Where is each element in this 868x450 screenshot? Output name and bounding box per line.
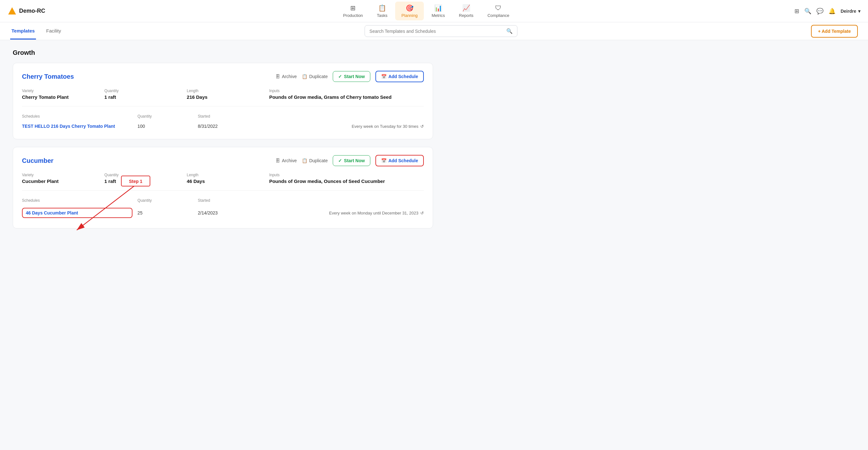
- chat-icon[interactable]: 💬: [816, 8, 824, 15]
- detail-variety: Variety Cherry Tomato Plant: [22, 89, 99, 100]
- detail-length: Length 216 Days: [187, 89, 264, 100]
- search-bar-container: 🔍: [82, 25, 801, 37]
- app-name: Demo-RC: [19, 8, 45, 15]
- calendar-icon: 📅: [381, 158, 386, 163]
- logo-area[interactable]: Demo-RC: [8, 7, 45, 16]
- card-details-cucumber: Variety Cucumber Plant Quantity 1 raft L…: [22, 173, 424, 191]
- top-navigation: Demo-RC ⊞ Production 📋 Tasks 🎯 Planning …: [0, 0, 868, 22]
- tab-templates[interactable]: Templates: [10, 23, 36, 39]
- sub-navigation: Templates Facility 🔍 + Add Template: [0, 22, 868, 40]
- nav-item-reports[interactable]: 📈 Reports: [453, 2, 480, 20]
- detail-length-cucumber: Length 46 Days: [187, 173, 264, 184]
- search-icon[interactable]: 🔍: [804, 8, 811, 15]
- archive-icon: 🗄: [275, 158, 280, 163]
- duplicate-button-cherry-tomatoes[interactable]: 📋 Duplicate: [302, 74, 328, 79]
- check-icon: ✓: [338, 158, 342, 163]
- search-input[interactable]: [369, 29, 504, 34]
- archive-button-cucumber[interactable]: 🗄 Archive: [275, 158, 297, 163]
- nav-right: ⊞ 🔍 💬 🔔 Deirdre ▾: [795, 8, 860, 15]
- reports-icon: 📈: [462, 4, 470, 12]
- card-header-cucumber: Cucumber 🗄 Archive 📋 Duplicate ✓ Start N…: [22, 155, 424, 166]
- logo-icon: [8, 7, 17, 16]
- schedule-recurrence-cucumber-0: Every week on Monday until December 31, …: [258, 210, 424, 216]
- detail-inputs-cucumber: Inputs Pounds of Grow media, Ounces of S…: [269, 173, 424, 184]
- duplicate-button-cucumber[interactable]: 📋 Duplicate: [302, 158, 328, 163]
- nav-items: ⊞ Production 📋 Tasks 🎯 Planning 📊 Metric…: [58, 2, 795, 20]
- template-card-cherry-tomatoes: Cherry Tomatoes 🗄 Archive 📋 Duplicate ✓ …: [13, 63, 433, 139]
- schedules-header-cucumber: Schedules Quantity Started: [22, 198, 424, 203]
- add-schedule-button-cherry-tomatoes[interactable]: 📅 Add Schedule: [375, 71, 424, 82]
- section-title: Growth: [13, 49, 433, 56]
- detail-quantity-cucumber: Quantity 1 raft: [104, 173, 182, 184]
- recurrence-icon: ↺: [420, 124, 424, 129]
- detail-inputs: Inputs Pounds of Grow media, Grams of Ch…: [269, 89, 424, 100]
- card-actions-cucumber: 🗄 Archive 📋 Duplicate ✓ Start Now 📅 Add …: [275, 155, 424, 166]
- bell-icon[interactable]: 🔔: [829, 8, 836, 15]
- nav-item-metrics[interactable]: 📊 Metrics: [425, 2, 451, 20]
- schedules-header-cherry-tomatoes: Schedules Quantity Started: [22, 114, 424, 118]
- duplicate-icon: 📋: [302, 74, 307, 79]
- metrics-icon: 📊: [434, 4, 442, 12]
- card-title-cucumber[interactable]: Cucumber: [22, 157, 275, 164]
- username: Deirdre: [841, 9, 856, 14]
- nav-item-compliance[interactable]: 🛡 Compliance: [481, 2, 516, 20]
- planning-icon: 🎯: [406, 4, 414, 12]
- recurrence-icon: ↺: [420, 210, 424, 216]
- grid-icon[interactable]: ⊞: [795, 8, 799, 15]
- tab-facility[interactable]: Facility: [45, 23, 62, 39]
- schedule-recurrence-cherry-tomatoes-0: Every week on Tuesday for 30 times ↺: [258, 124, 424, 129]
- chevron-down-icon: ▾: [858, 9, 860, 14]
- add-schedule-button-cucumber[interactable]: 📅 Add Schedule: [375, 155, 424, 166]
- card-actions-cherry-tomatoes: 🗄 Archive 📋 Duplicate ✓ Start Now 📅 Add …: [275, 71, 424, 82]
- start-now-button-cucumber[interactable]: ✓ Start Now: [333, 155, 370, 166]
- archive-button-cherry-tomatoes[interactable]: 🗄 Archive: [275, 74, 297, 79]
- production-icon: ⊞: [350, 4, 356, 12]
- nav-item-tasks[interactable]: 📋 Tasks: [371, 2, 394, 20]
- schedule-row-cucumber-0: 46 Days Cucumber Plant 25 2/14/2023 Ever…: [22, 205, 424, 221]
- search-icon: 🔍: [506, 28, 513, 34]
- tasks-icon: 📋: [378, 4, 386, 12]
- check-icon: ✓: [338, 74, 342, 79]
- nav-item-production[interactable]: ⊞ Production: [337, 2, 369, 20]
- template-card-cucumber: Cucumber 🗄 Archive 📋 Duplicate ✓ Start N…: [13, 147, 433, 228]
- nav-item-planning[interactable]: 🎯 Planning: [395, 2, 424, 20]
- archive-icon: 🗄: [275, 74, 280, 79]
- card-title-cherry-tomatoes[interactable]: Cherry Tomatoes: [22, 73, 275, 80]
- card-header-cherry-tomatoes: Cherry Tomatoes 🗄 Archive 📋 Duplicate ✓ …: [22, 71, 424, 82]
- calendar-icon: 📅: [381, 74, 386, 79]
- compliance-icon: 🛡: [495, 4, 501, 12]
- user-menu[interactable]: Deirdre ▾: [841, 9, 860, 14]
- detail-variety-cucumber: Variety Cucumber Plant: [22, 173, 99, 184]
- duplicate-icon: 📋: [302, 158, 307, 163]
- svg-marker-0: [8, 7, 16, 15]
- sub-nav-tabs: Templates Facility: [10, 23, 71, 39]
- add-template-button[interactable]: + Add Template: [811, 25, 858, 37]
- detail-quantity: Quantity 1 raft: [104, 89, 182, 100]
- card-details-cherry-tomatoes: Variety Cherry Tomato Plant Quantity 1 r…: [22, 89, 424, 107]
- start-now-button-cherry-tomatoes[interactable]: ✓ Start Now: [333, 71, 370, 82]
- schedule-name-cherry-tomatoes-0[interactable]: TEST HELLO 216 Days Cherry Tomato Plant: [22, 124, 132, 129]
- search-bar: 🔍: [365, 25, 518, 37]
- schedule-name-cucumber-0[interactable]: 46 Days Cucumber Plant: [22, 208, 132, 218]
- main-content: Growth Cherry Tomatoes 🗄 Archive 📋 Dupli…: [0, 40, 446, 245]
- schedule-row-cherry-tomatoes-0: TEST HELLO 216 Days Cherry Tomato Plant …: [22, 121, 424, 131]
- add-template-label: + Add Template: [818, 29, 851, 34]
